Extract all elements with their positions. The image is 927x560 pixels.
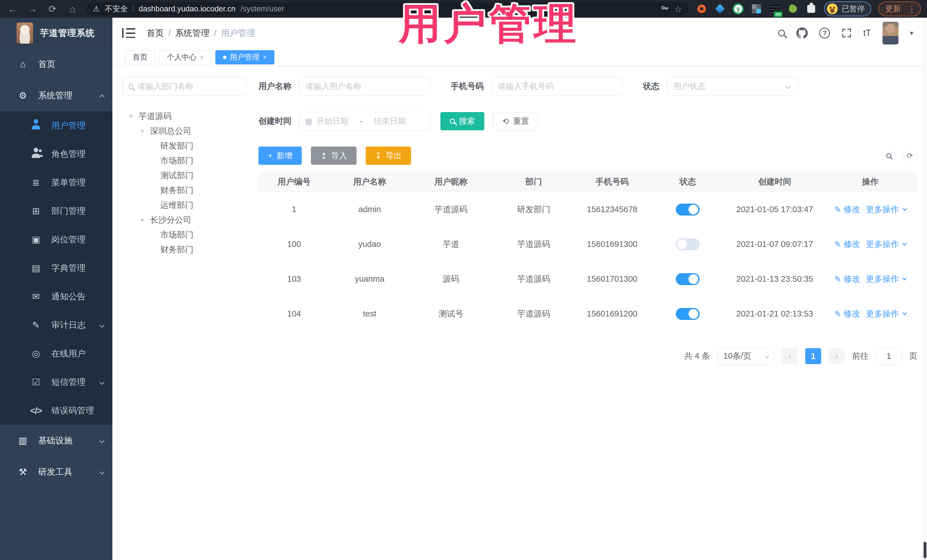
breadcrumb-section[interactable]: 系统管理 xyxy=(175,27,209,39)
next-page-button[interactable]: › xyxy=(828,348,845,364)
home-icon[interactable]: ⌂ xyxy=(66,4,79,14)
bookmark-star-icon[interactable]: ☆ xyxy=(674,4,682,14)
close-icon[interactable]: × xyxy=(200,54,204,61)
tree-node[interactable]: 市场部门 xyxy=(123,228,246,242)
pencil-icon: ✎ xyxy=(834,205,841,214)
tree-node[interactable]: 测试部门 xyxy=(123,168,246,183)
paused-label: 已暂停 xyxy=(842,4,865,14)
tab-home[interactable]: 首页 xyxy=(125,50,155,64)
tab-profile[interactable]: 个人中心× xyxy=(159,50,211,64)
update-button[interactable]: 更新 ⋮ xyxy=(878,2,921,16)
reload-icon[interactable]: ⟳ xyxy=(46,4,59,14)
status-toggle[interactable] xyxy=(676,308,700,320)
sidebar-item-posts[interactable]: ▣ 岗位管理 xyxy=(0,225,112,254)
total-count: 共 4 条 xyxy=(684,351,710,362)
sidebar-item-roles[interactable]: 角色管理 xyxy=(0,140,112,168)
search-button[interactable]: 搜索 xyxy=(441,112,484,130)
sidebar-item-home[interactable]: ⌂ 首页 xyxy=(0,49,112,80)
table-search-button[interactable] xyxy=(881,148,896,163)
cell-created: 2021-01-21 02:13:53 xyxy=(726,309,823,319)
security-label: 不安全 xyxy=(105,4,128,14)
sidebar-item-system[interactable]: ⚙ 系统管理 xyxy=(0,80,112,111)
sidebar-item-infrastructure[interactable]: ▥ 基础设施 xyxy=(0,425,112,456)
add-button[interactable]: +新增 xyxy=(258,147,302,165)
goto-page-input[interactable] xyxy=(876,347,902,365)
extension-key-icon[interactable] xyxy=(787,3,798,14)
sidebar-item-error-codes[interactable]: </> 错误码管理 xyxy=(0,396,112,425)
header-search-icon[interactable] xyxy=(778,30,785,36)
scrollbar-thumb[interactable] xyxy=(924,542,926,558)
browser-menu-icon[interactable]: ⋮ xyxy=(907,4,916,14)
date-range-picker[interactable]: ▦ 开始日期 - 结束日期 xyxy=(299,112,430,131)
tree-node[interactable]: 财务部门 xyxy=(123,242,246,257)
tree-node[interactable]: 研发部门 xyxy=(123,138,246,153)
github-icon[interactable] xyxy=(796,27,808,39)
caret-icon[interactable]: ▾ xyxy=(138,216,146,224)
sidebar-item-online-users[interactable]: ◎ 在线用户 xyxy=(0,339,112,368)
extension-switch-icon[interactable]: on xyxy=(769,3,780,14)
extension-donut-icon[interactable] xyxy=(696,3,707,14)
sidebar-item-dictionary[interactable]: ▤ 字典管理 xyxy=(0,254,112,282)
sidebar-item-devtools[interactable]: ⚒ 研发工具 xyxy=(0,456,112,487)
extension-puzzle-icon[interactable] xyxy=(806,3,817,14)
status-select[interactable]: 用户状态 xyxy=(667,77,798,96)
scrollbar[interactable] xyxy=(923,18,927,560)
table-refresh-button[interactable]: ⟳ xyxy=(903,148,917,163)
forward-icon[interactable]: → xyxy=(26,4,39,14)
more-actions-link[interactable]: 更多操作 xyxy=(866,273,906,285)
tree-node[interactable]: 市场部门 xyxy=(123,153,246,168)
sidebar-item-menus[interactable]: ≣ 菜单管理 xyxy=(0,168,112,197)
avatar-caret-icon[interactable]: ▾ xyxy=(910,29,913,37)
edit-link[interactable]: ✎修改 xyxy=(834,239,860,250)
department-search-input[interactable] xyxy=(137,82,240,91)
reset-button[interactable]: ⟲ 重置 xyxy=(493,112,538,130)
caret-icon[interactable]: ▾ xyxy=(138,127,146,135)
sidebar-toggle-icon[interactable] xyxy=(122,28,135,38)
pencil-icon: ✎ xyxy=(834,309,841,319)
prev-page-button[interactable]: ‹ xyxy=(782,348,798,364)
extension-diamond-icon[interactable] xyxy=(714,3,725,14)
help-icon[interactable]: ? xyxy=(819,28,830,38)
more-actions-link[interactable]: 更多操作 xyxy=(866,204,906,215)
org-tree-icon: ⊞ xyxy=(30,206,42,216)
tree-node[interactable]: ▾芋道源码 xyxy=(123,109,246,124)
sidebar-item-audit-log[interactable]: ✎ 审计日志 xyxy=(0,311,112,339)
font-size-icon[interactable]: tT xyxy=(863,28,871,38)
tab-user-management[interactable]: 用户管理× xyxy=(215,50,274,64)
tree-node[interactable]: 运维部门 xyxy=(123,198,246,213)
export-button[interactable]: ↧导出 xyxy=(366,147,411,165)
edit-link[interactable]: ✎修改 xyxy=(834,308,860,320)
tree-node[interactable]: ▾长沙分公司 xyxy=(123,213,246,228)
cell-created: 2021-01-13 23:50:35 xyxy=(726,274,823,284)
back-icon[interactable]: ← xyxy=(6,4,19,14)
key-icon[interactable] xyxy=(661,5,669,13)
more-actions-link[interactable]: 更多操作 xyxy=(866,239,906,250)
sidebar-item-notices[interactable]: ✉ 通知公告 xyxy=(0,282,112,311)
extension-grid-icon[interactable] xyxy=(751,3,762,14)
username-input[interactable] xyxy=(299,77,430,96)
import-button[interactable]: ↥导入 xyxy=(311,147,356,165)
profile-paused-badge[interactable]: 已暂停 xyxy=(824,2,871,16)
tree-node[interactable]: 财务部门 xyxy=(123,183,246,198)
status-toggle[interactable] xyxy=(676,238,700,250)
breadcrumb-home[interactable]: 首页 xyxy=(147,27,164,39)
sidebar-item-departments[interactable]: ⊞ 部门管理 xyxy=(0,197,112,225)
caret-icon[interactable]: ▾ xyxy=(127,112,135,120)
status-toggle[interactable] xyxy=(676,273,700,285)
address-bar[interactable]: ⚠ 不安全 dashboard.yudao.iocoder.cn/system/… xyxy=(86,2,689,15)
edit-link[interactable]: ✎修改 xyxy=(834,204,860,215)
close-icon[interactable]: × xyxy=(263,54,267,61)
current-page[interactable]: 1 xyxy=(805,348,821,364)
mobile-input[interactable] xyxy=(491,77,622,96)
upload-icon: ↥ xyxy=(320,151,327,161)
sidebar-item-users[interactable]: 用户管理 xyxy=(0,111,112,140)
edit-link[interactable]: ✎修改 xyxy=(834,273,860,285)
more-actions-link[interactable]: 更多操作 xyxy=(866,308,906,320)
user-avatar[interactable] xyxy=(883,22,898,44)
tree-node[interactable]: ▾深圳总公司 xyxy=(123,124,246,138)
page-size-select[interactable]: 10条/页 xyxy=(717,347,774,365)
fullscreen-icon[interactable] xyxy=(842,28,852,38)
sidebar-item-sms[interactable]: ☑ 短信管理 xyxy=(0,368,112,396)
status-toggle[interactable] xyxy=(676,203,700,216)
extension-y-icon[interactable]: y xyxy=(733,3,744,14)
